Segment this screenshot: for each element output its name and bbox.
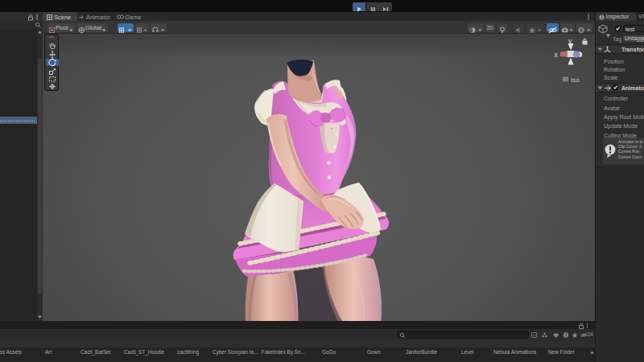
svg-text:x: x bbox=[555, 51, 559, 59]
svg-text:Iso: Iso bbox=[571, 76, 580, 83]
